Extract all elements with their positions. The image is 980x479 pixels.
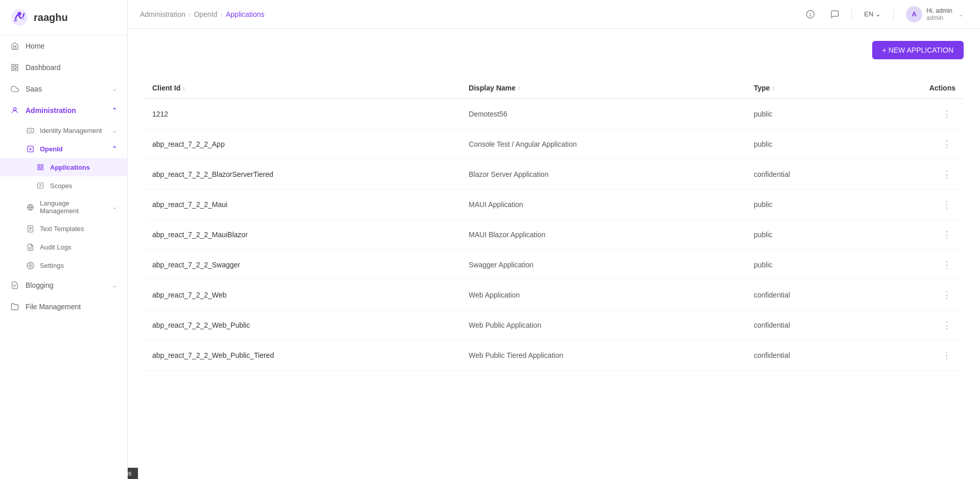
- row-actions-button[interactable]: ⋮: [938, 257, 955, 272]
- cell-type: confidential: [745, 280, 866, 310]
- cloud-icon: [10, 84, 19, 94]
- row-actions-button[interactable]: ⋮: [938, 317, 955, 333]
- row-actions-button[interactable]: ⋮: [938, 227, 955, 242]
- svg-point-1: [17, 12, 21, 15]
- row-actions-button[interactable]: ⋮: [938, 287, 955, 303]
- cell-client-id: abp_react_7_2_2_App: [144, 129, 460, 159]
- sidebar-item-file-management-label: File Management: [26, 303, 117, 311]
- table-row: abp_react_7_2_2_MauiBlazor MAUI Blazor A…: [144, 220, 964, 250]
- row-actions-button[interactable]: ⋮: [938, 167, 955, 182]
- cell-display-name: Web Public Application: [460, 310, 745, 340]
- cell-actions: ⋮: [866, 99, 964, 129]
- cell-client-id: abp_react_7_2_2_MauiBlazor: [144, 220, 460, 250]
- sidebar-item-openid[interactable]: OpenId ⌃: [0, 140, 127, 158]
- svg-rect-15: [41, 165, 43, 167]
- cell-type: confidential: [745, 310, 866, 340]
- cell-type: confidential: [745, 159, 866, 190]
- cell-actions: ⋮: [866, 159, 964, 190]
- new-application-button[interactable]: + NEW APPLICATION: [872, 41, 964, 59]
- sort-icon-display-name[interactable]: ↕: [518, 85, 521, 91]
- sidebar-item-identity-management[interactable]: Identity Management ⌄: [0, 121, 127, 140]
- breadcrumb: Administration › OpenId › Applications: [140, 10, 264, 18]
- svg-point-32: [810, 15, 811, 16]
- sidebar-item-blogging[interactable]: Blogging ⌄: [0, 275, 127, 296]
- sidebar-item-home-label: Home: [26, 42, 117, 50]
- table-row: abp_react_7_2_2_Web Web Application conf…: [144, 280, 964, 310]
- cell-display-name: Console Test / Angular Application: [460, 129, 745, 159]
- breadcrumb-administration[interactable]: Administration: [140, 10, 185, 18]
- cell-type: public: [745, 99, 866, 129]
- sidebar-item-saas[interactable]: Saas ⌄: [0, 78, 127, 100]
- sort-icon-type[interactable]: ↕: [772, 85, 775, 91]
- svg-rect-5: [15, 64, 18, 67]
- sidebar-item-settings[interactable]: Settings: [0, 256, 127, 275]
- sidebar-item-administration[interactable]: Administration ⌃: [0, 100, 127, 121]
- cell-display-name: Demotest56: [460, 99, 745, 129]
- sidebar-item-saas-label: Saas: [26, 85, 106, 93]
- row-actions-button[interactable]: ⋮: [938, 348, 955, 363]
- sidebar-item-applications-label: Applications: [50, 164, 90, 171]
- lang-chevron-icon: ⌄: [875, 10, 881, 18]
- openid-icon: [26, 144, 35, 153]
- cell-display-name: MAUI Application: [460, 190, 745, 220]
- column-header-type: Type ↕: [745, 78, 866, 99]
- svg-rect-9: [27, 128, 34, 133]
- cell-client-id: 1212: [144, 99, 460, 129]
- logo-icon: [10, 8, 29, 27]
- language-selector[interactable]: EN ⌄: [860, 8, 885, 20]
- sidebar-item-dashboard[interactable]: Dashboard: [0, 57, 127, 78]
- svg-point-3: [22, 17, 25, 19]
- main-area: Administration › OpenId › Applications E…: [128, 0, 980, 479]
- user-menu[interactable]: A Hi, admin admin ⌄: [902, 4, 968, 25]
- sidebar-item-audit-logs[interactable]: Audit Logs: [0, 238, 127, 256]
- sidebar-item-audit-logs-label: Audit Logs: [40, 243, 71, 251]
- cell-client-id: abp_react_7_2_2_Maui: [144, 190, 460, 220]
- chat-icon[interactable]: [827, 6, 843, 22]
- cell-client-id: abp_react_7_2_2_Swagger: [144, 250, 460, 280]
- sidebar-item-administration-label: Administration: [26, 106, 106, 115]
- sidebar-item-scopes[interactable]: Scopes: [0, 176, 127, 195]
- col-label-display-name: Display Name: [469, 84, 516, 92]
- sidebar-item-text-templates[interactable]: Text Templates: [0, 219, 127, 238]
- cell-display-name: Swagger Application: [460, 250, 745, 280]
- notification-icon[interactable]: [802, 6, 819, 22]
- cell-display-name: Web Application: [460, 280, 745, 310]
- header-right: EN ⌄ A Hi, admin admin ⌄: [802, 4, 968, 25]
- sidebar-item-blogging-label: Blogging: [26, 281, 106, 289]
- id-icon: [26, 126, 35, 135]
- cell-actions: ⋮: [866, 250, 964, 280]
- textfile-icon: [26, 224, 35, 233]
- sidebar-item-file-management[interactable]: File Management: [0, 296, 127, 317]
- sort-icon-client-id[interactable]: ↕: [182, 85, 185, 91]
- table-row: 1212 Demotest56 public ⋮: [144, 99, 964, 129]
- sidebar: raaghu Home Dashboard Saas ⌄ Administrat…: [0, 0, 128, 479]
- row-actions-button[interactable]: ⋮: [938, 106, 955, 122]
- chevron-up-icon-oid: ⌃: [112, 145, 117, 152]
- sidebar-item-text-templates-label: Text Templates: [40, 225, 84, 233]
- language-label: EN: [864, 10, 873, 18]
- sidebar-item-language-management-label: Language Management: [40, 199, 107, 215]
- header-divider-2: [893, 8, 894, 20]
- svg-point-2: [14, 19, 17, 21]
- cell-client-id: abp_react_7_2_2_BlazorServerTiered: [144, 159, 460, 190]
- sidebar-item-home[interactable]: Home: [0, 35, 127, 57]
- sidebar-item-language-management[interactable]: Language Management ⌄: [0, 195, 127, 219]
- svg-rect-4: [12, 64, 14, 67]
- svg-rect-16: [38, 168, 40, 170]
- row-actions-button[interactable]: ⋮: [938, 136, 955, 152]
- cell-display-name: Web Public Tiered Application: [460, 340, 745, 371]
- breadcrumb-openid[interactable]: OpenId: [194, 10, 217, 18]
- home-icon: [10, 41, 19, 51]
- sidebar-item-identity-management-label: Identity Management: [40, 127, 102, 134]
- content-area: + NEW APPLICATION Client Id ↕: [128, 29, 980, 479]
- row-actions-button[interactable]: ⋮: [938, 197, 955, 212]
- sidebar-item-applications[interactable]: Applications: [0, 158, 127, 176]
- user-name: admin: [926, 14, 952, 21]
- sidebar-item-scopes-label: Scopes: [50, 182, 72, 190]
- cell-client-id: abp_react_7_2_2_Web: [144, 280, 460, 310]
- cell-actions: ⋮: [866, 280, 964, 310]
- cell-client-id: abp_react_7_2_2_Web_Public_Tiered: [144, 340, 460, 371]
- col-label-actions: Actions: [929, 84, 955, 92]
- avatar: A: [906, 6, 922, 22]
- header: Administration › OpenId › Applications E…: [128, 0, 980, 29]
